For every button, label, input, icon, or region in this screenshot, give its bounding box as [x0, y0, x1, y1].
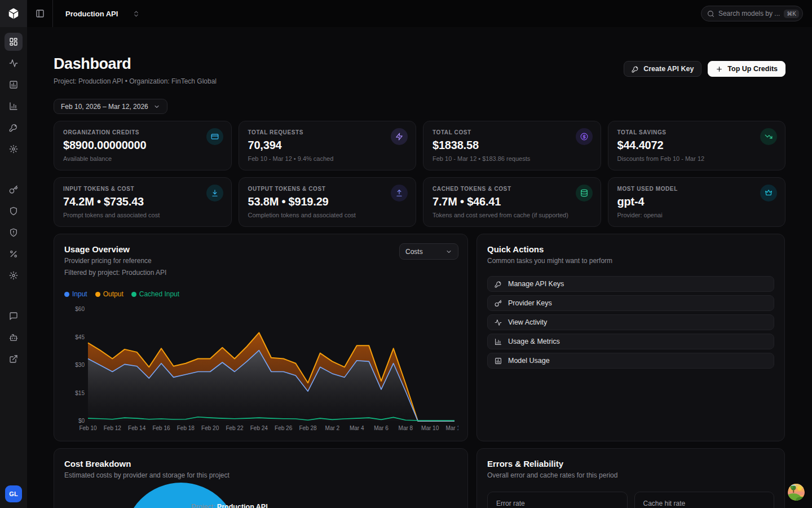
- x-tick-label: Feb 14: [128, 425, 146, 431]
- key-icon: [632, 65, 639, 73]
- x-tick-label: Mar 4: [350, 425, 364, 431]
- arrow-up-from-line-icon: [395, 189, 403, 197]
- search-shortcut-badge: ⌘K: [784, 10, 799, 18]
- legend-label: Input: [72, 290, 87, 298]
- stat-card-arrow-up-from-line: OUTPUT TOKENS & COST 53.8M • $919.29 Com…: [239, 177, 417, 227]
- stat-label: TOTAL SAVINGS: [617, 129, 776, 135]
- sidebar-item-dashboard[interactable]: [5, 33, 23, 51]
- legend-dot: [131, 292, 136, 297]
- main-content: Dashboard Project: Production API • Orga…: [27, 27, 812, 508]
- page-subtitle: Project: Production API • Organization: …: [54, 77, 217, 85]
- chart-metric-select[interactable]: Costs: [399, 243, 458, 260]
- credit-card-icon: [211, 133, 219, 141]
- top-bar: Production API Search models by ... ⌘K: [0, 0, 812, 27]
- metric-label: Cache hit rate: [643, 500, 766, 507]
- sidebar-item-assistant[interactable]: [5, 329, 23, 347]
- create-api-key-button[interactable]: Create API Key: [624, 61, 701, 77]
- stat-label: INPUT TOKENS & COST: [63, 186, 222, 192]
- stat-icon-circle: [206, 185, 223, 202]
- sidebar-item-preferences[interactable]: [5, 266, 23, 284]
- usage-area-chart-svg: $0$15$30$45$60Feb 10Feb 12Feb 14Feb 16Fe…: [64, 301, 458, 436]
- stats-grid: ORGANIZATION CREDITS $8900.00000000 Avai…: [54, 121, 785, 227]
- sidebar-item-usage[interactable]: [5, 76, 23, 94]
- key-icon: [9, 185, 18, 194]
- sidebar-item-security[interactable]: [5, 202, 23, 220]
- legend-item-cached-input: Cached Input: [131, 290, 179, 298]
- cost-breakdown-subtitle: Estimated costs by provider and storage …: [64, 471, 457, 479]
- chevrons-up-down-icon: [133, 10, 140, 17]
- x-tick-label: Mar 8: [399, 425, 413, 431]
- user-avatar[interactable]: GL: [5, 485, 22, 502]
- plus-icon: [716, 65, 723, 73]
- sidebar-item-api-keys[interactable]: [5, 119, 23, 137]
- metric-card-cache-hit-rate: Cache hit rate 9.70% 6,628 cached reques…: [634, 492, 775, 508]
- island-art-icon: [788, 484, 805, 501]
- bot-icon: [9, 333, 18, 342]
- shield-icon: [9, 207, 18, 216]
- app-logo[interactable]: [0, 0, 27, 27]
- decorative-island-badge[interactable]: [788, 484, 805, 501]
- x-tick-label: Feb 20: [201, 425, 219, 431]
- stat-sub: Provider: openai: [617, 212, 776, 218]
- stat-label: MOST USED MODEL: [617, 186, 776, 192]
- legend-dot: [64, 292, 69, 297]
- stat-value: 53.8M • $919.29: [248, 195, 407, 208]
- quick-action-model-usage[interactable]: Model Usage: [487, 353, 774, 369]
- errors-subtitle: Overall error and cache rates for this p…: [487, 471, 774, 479]
- stat-value: 74.2M • $735.43: [63, 195, 222, 208]
- stat-value: $44.4072: [617, 139, 776, 152]
- quick-actions-list: Manage API KeysProvider KeysView Activit…: [487, 276, 774, 369]
- stat-icon-circle: [391, 128, 408, 145]
- sidebar-item-activity[interactable]: [5, 54, 23, 72]
- stat-label: ORGANIZATION CREDITS: [63, 129, 222, 135]
- sidebar-item-metrics[interactable]: [5, 97, 23, 115]
- crown-icon: [765, 189, 773, 197]
- legend-item-output: Output: [95, 290, 123, 298]
- stat-label: TOTAL REQUESTS: [248, 129, 407, 135]
- search-placeholder: Search models by ...: [718, 10, 780, 17]
- stat-label: OUTPUT TOKENS & COST: [248, 186, 407, 192]
- chart-legend: InputOutputCached Input: [64, 290, 457, 298]
- errors-reliability-panel: Errors & Reliability Overall error and c…: [476, 448, 785, 508]
- usage-overview-filter-note: Filtered by project: Production API: [64, 269, 457, 277]
- stat-card-arrow-down-to-line: INPUT TOKENS & COST 74.2M • $735.43 Prom…: [54, 177, 232, 227]
- stat-icon-circle: [391, 185, 408, 202]
- quick-action-manage-api-keys[interactable]: Manage API Keys: [487, 276, 774, 292]
- stat-sub: Feb 10 - Mar 12 • 9.4% cached: [248, 155, 407, 162]
- sidebar-item-settings[interactable]: [5, 140, 23, 158]
- x-tick-label: Feb 12: [104, 425, 122, 431]
- project-selector[interactable]: Production API: [53, 10, 140, 18]
- quick-action-usage-metrics[interactable]: Usage & Metrics: [487, 334, 774, 349]
- sidebar-item-feedback[interactable]: [5, 307, 23, 325]
- x-tick-label: Mar 6: [374, 425, 389, 431]
- pie-project-label: Project: Production API: [191, 503, 268, 508]
- x-tick-label: Feb 16: [152, 425, 170, 431]
- key-round-icon: [9, 123, 18, 132]
- search-input[interactable]: Search models by ... ⌘K: [701, 6, 803, 21]
- sidebar-item-provider-keys[interactable]: [5, 181, 23, 199]
- sidebar-item-alerts[interactable]: [5, 224, 23, 242]
- metric-card-error-rate: Error rate 3.53% 2,485 failed of 70,394: [487, 492, 628, 508]
- stat-sub: Completion tokens and associated cost: [248, 212, 407, 218]
- chevron-down-icon: [445, 248, 452, 255]
- x-tick-label: Mar 2: [325, 425, 340, 431]
- stat-sub: Feb 10 - Mar 12 • $183.86 requests: [433, 155, 592, 162]
- chart-metric-value: Costs: [405, 248, 423, 256]
- quick-action-provider-keys[interactable]: Provider Keys: [487, 295, 774, 311]
- stat-label: TOTAL COST: [433, 129, 592, 135]
- sidebar-item-docs[interactable]: [5, 350, 23, 368]
- sidebar-item-rate-limits[interactable]: [5, 245, 23, 263]
- quick-action-view-activity[interactable]: View Activity: [487, 314, 774, 330]
- stat-value: $8900.00000000: [63, 139, 222, 152]
- pie-label-value: Production API: [217, 503, 268, 508]
- create-api-key-label: Create API Key: [643, 65, 694, 73]
- sidebar-toggle-button[interactable]: [27, 0, 53, 27]
- stat-card-zap: TOTAL REQUESTS 70,394 Feb 10 - Mar 12 • …: [239, 121, 417, 170]
- arrow-down-to-line-icon: [211, 189, 219, 197]
- key-icon: [495, 300, 502, 307]
- date-range-picker[interactable]: Feb 10, 2026 – Mar 12, 2026: [54, 99, 167, 114]
- stat-icon-circle: [760, 128, 777, 145]
- top-up-credits-button[interactable]: Top Up Credits: [708, 61, 785, 77]
- quick-action-label: Usage & Metrics: [508, 338, 560, 345]
- quick-actions-panel: Quick Actions Common tasks you might wan…: [476, 234, 785, 441]
